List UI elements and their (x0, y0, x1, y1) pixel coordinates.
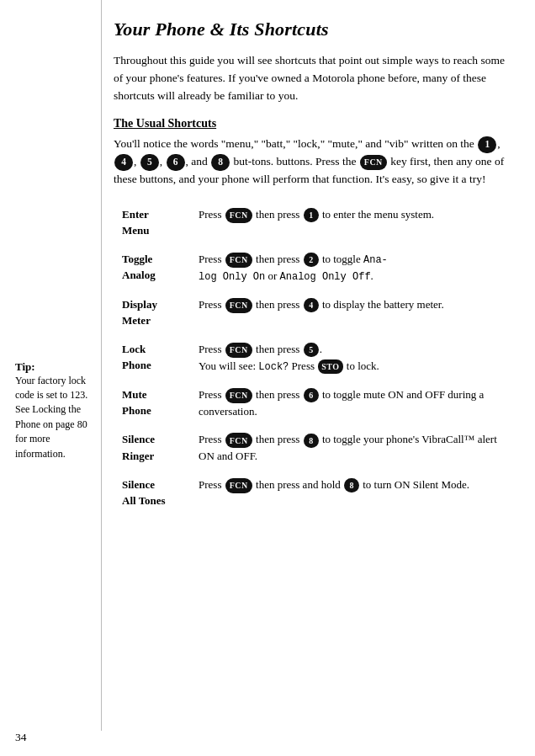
fcn-badge: FCN (225, 433, 252, 448)
table-row: EnterMenu Press FCN then press 1 to ente… (122, 202, 520, 247)
tip-box: Tip: Your factory lock code is set to 12… (15, 360, 93, 461)
fcn-badge: FCN (225, 298, 252, 313)
button-1-badge: 1 (478, 136, 496, 153)
table-row: MutePhone Press FCN then press 6 to togg… (122, 382, 520, 428)
fcn-badge: FCN (225, 478, 252, 493)
shortcut-term: ToggleAnalog (122, 247, 193, 292)
shortcut-term: MutePhone (122, 382, 193, 428)
btn-1: 1 (304, 208, 319, 222)
fcn-badge-intro: FCN (360, 155, 387, 170)
button-8-badge: 8 (211, 154, 230, 171)
table-row: SilenceAll Tones Press FCN then press an… (122, 472, 520, 517)
sto-badge: STO (318, 359, 342, 374)
tip-label: Tip: (15, 360, 93, 374)
table-row: LockPhone Press FCN then press 5. You wi… (122, 337, 520, 382)
shortcut-desc: Press FCN then press 8 to toggle your ph… (193, 427, 520, 472)
btn-8: 8 (304, 434, 319, 448)
table-row: ToggleAnalog Press FCN then press 2 to t… (122, 247, 520, 292)
fcn-badge: FCN (225, 388, 252, 403)
btn-8-hold: 8 (344, 478, 359, 492)
button-5-badge: 5 (140, 154, 159, 171)
table-row: SilenceRinger Press FCN then press 8 to … (122, 427, 520, 472)
section-intro: You'll notice the words "menu," "batt," … (114, 136, 511, 189)
btn-6: 6 (304, 388, 319, 402)
shortcut-term: SilenceRinger (122, 427, 193, 472)
button-6-badge: 6 (167, 154, 185, 171)
fcn-badge: FCN (225, 253, 252, 268)
btn-4: 4 (304, 298, 319, 312)
shortcut-term: LockPhone (122, 337, 193, 382)
table-row: DisplayMeter Press FCN then press 4 to d… (122, 292, 520, 337)
shortcut-term: EnterMenu (122, 202, 193, 247)
page-title: Your Phone & Its Shortcuts (114, 19, 511, 40)
shortcut-desc: Press FCN then press 2 to toggle Ana-log… (193, 247, 520, 292)
shortcuts-table: EnterMenu Press FCN then press 1 to ente… (122, 202, 520, 517)
btn-2: 2 (304, 253, 319, 267)
shortcut-desc: Press FCN then press 5. You will see: Lo… (193, 337, 520, 382)
shortcut-desc: Press FCN then press 1 to enter the menu… (193, 202, 520, 247)
shortcut-term: DisplayMeter (122, 292, 193, 337)
shortcut-desc: Press FCN then press 6 to toggle mute ON… (193, 382, 520, 428)
shortcut-desc: Press FCN then press and hold 8 to turn … (193, 472, 520, 517)
button-4-badge: 4 (114, 154, 133, 171)
intro-text: Throughout this guide you will see short… (114, 52, 511, 105)
fcn-badge: FCN (225, 343, 252, 358)
left-sidebar: Tip: Your factory lock code is set to 12… (0, 0, 101, 731)
tip-text: Your factory lock code is set to 123. Se… (15, 374, 93, 461)
main-content: Your Phone & Its Shortcuts Throughout th… (102, 0, 535, 731)
page-number: 34 (15, 731, 27, 744)
btn-5: 5 (304, 343, 319, 357)
shortcut-term: SilenceAll Tones (122, 472, 193, 517)
fcn-badge: FCN (225, 208, 252, 223)
section-title: The Usual Shortcuts (114, 117, 511, 130)
shortcut-desc: Press FCN then press 4 to display the ba… (193, 292, 520, 337)
